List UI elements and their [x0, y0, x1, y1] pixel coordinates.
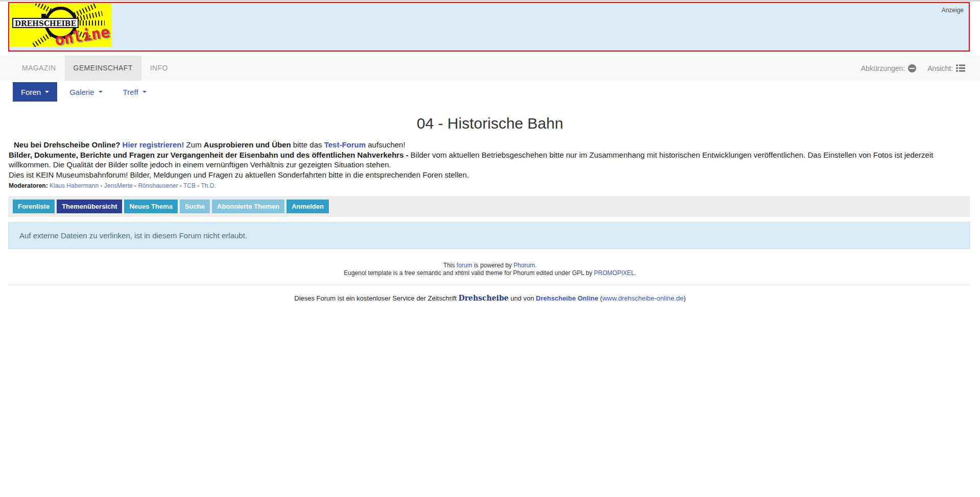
forum-description: Neu bei Drehscheibe Online? Hier registr… [9, 140, 968, 191]
ad-banner: DREHSCHEIBE online online Anzeige [8, 2, 970, 52]
subnav-foren[interactable]: Foren [13, 82, 57, 102]
notice-box: Auf externe Dateien zu verlinken, ist in… [8, 222, 970, 249]
toolbar-button-suche[interactable]: Suche [180, 200, 210, 213]
view-toggle[interactable]: Ansicht: [927, 64, 965, 72]
toolbar-button-themenubersicht[interactable]: Themenübersicht [57, 200, 122, 213]
text-run: Neu bei Drehscheibe Online? [14, 140, 120, 149]
test-forum-link[interactable]: Test-Forum [324, 140, 366, 149]
service-note: Dieses Forum ist ein kostenloser Service… [0, 294, 980, 302]
subnav-label: Treff [123, 88, 138, 96]
main-nav-tabs: MAGAZINGEMEINSCHAFTINFO [0, 56, 177, 81]
text-run: ) [683, 294, 685, 302]
text-run: Eugenol template is a free semantic and … [344, 269, 594, 277]
powered-footer: This forum is powered by Phorum. Eugenol… [0, 262, 980, 277]
moderator-link-ronshausener[interactable]: Rönshausener [138, 182, 178, 189]
description-line-welcome: Neu bei Drehscheibe Online? Hier registr… [9, 140, 968, 150]
moderator-link-tcb[interactable]: TCB [183, 182, 196, 189]
moderator-link-jensmerte[interactable]: JensMerte [104, 182, 133, 189]
drehscheibe-magazine-brand: Drehscheibe [459, 294, 509, 302]
subnav-label: Galerie [69, 88, 94, 96]
subnav-label: Foren [21, 88, 41, 96]
toolbar-button-abonnierte-themen[interactable]: Abonnierte Themen [212, 200, 284, 213]
toolbar-button-anmelden[interactable]: Anmelden [286, 200, 329, 213]
chevron-down-icon [45, 91, 49, 93]
moderators-label: Moderatoren: [9, 182, 48, 189]
minus-circle-icon [908, 64, 916, 72]
text-run: Zum [184, 140, 203, 149]
description-line-museumsbahn: Dies ist KEIN Museumsbahnforum! Bilder, … [9, 170, 968, 180]
nav-right-tools: Abkürzungen: Ansicht: [861, 56, 980, 81]
description-paragraph: Bilder, Dokumente, Berichte und Fragen z… [9, 150, 968, 170]
text-run: Ausprobieren und Üben [204, 140, 291, 149]
drehscheibe-online-link[interactable]: Drehscheibe Online [536, 294, 598, 302]
moderator-links: Klaus Habermann - JensMerte - Rönshausen… [50, 182, 216, 189]
text-run: . [634, 269, 636, 277]
text-run: This [443, 262, 457, 269]
forum-link[interactable]: forum [457, 262, 472, 269]
toolbar-button-neues-thema[interactable]: Neues Thema [124, 200, 178, 213]
moderator-link-th-d[interactable]: Th.D. [201, 182, 216, 189]
footer-divider [8, 285, 970, 285]
ad-label: Anzeige [942, 7, 964, 14]
subnav-treff[interactable]: Treff [115, 82, 155, 102]
logo-title-text: DREHSCHEIBE [15, 19, 76, 28]
text-run: bitte das [291, 140, 324, 149]
template-credit-line: Eugenol template is a free semantic and … [0, 269, 980, 277]
drehscheibe-logo-graphic: DREHSCHEIBE online online [10, 4, 112, 47]
page-title: 04 - Historische Bahn [0, 115, 980, 132]
drehscheibe-url-link[interactable]: www.drehscheibe-online.de [602, 294, 683, 302]
sub-nav: ForenGalerieTreff [0, 82, 980, 102]
text-run: Dieses Forum ist ein kostenloser Service… [294, 294, 459, 302]
turntable-hut-mark [41, 14, 46, 18]
notice-text: Auf externe Dateien zu verlinken, ist in… [19, 231, 247, 240]
chevron-down-icon [99, 91, 103, 93]
text-run: is powered by [472, 262, 514, 269]
view-label: Ansicht: [927, 64, 953, 72]
toolbar: ForenlisteThemenübersichtNeues ThemaSuch… [8, 196, 970, 217]
abbreviations-toggle[interactable]: Abkürzungen: [861, 64, 916, 72]
toolbar-button-forenliste[interactable]: Forenliste [13, 200, 55, 213]
register-link[interactable]: Hier registrieren! [123, 140, 184, 149]
text-run: und von [509, 294, 536, 302]
chevron-down-icon [142, 91, 147, 93]
text-run: aufsuchen! [366, 140, 405, 149]
moderators-line: Moderatoren: Klaus Habermann - JensMerte… [9, 181, 968, 191]
tab-magazin[interactable]: MAGAZIN [13, 56, 65, 81]
text-run: Bilder, Dokumente, Berichte und Fragen z… [9, 151, 409, 159]
main-nav: MAGAZINGEMEINSCHAFTINFO Abkürzungen: Ans… [0, 56, 980, 81]
tab-info[interactable]: INFO [141, 56, 177, 81]
powered-line: This forum is powered by Phorum. [0, 262, 980, 269]
abbreviations-label: Abkürzungen: [861, 64, 905, 72]
drehscheibe-logo[interactable]: DREHSCHEIBE online online [10, 4, 112, 47]
list-view-icon [956, 64, 965, 72]
phorum-link[interactable]: Phorum [514, 262, 535, 269]
moderator-link-klaus-habermann[interactable]: Klaus Habermann [50, 182, 99, 189]
subnav-galerie[interactable]: Galerie [61, 82, 110, 102]
promopixel-link[interactable]: PROMOPIXEL [594, 269, 634, 277]
top-divider [0, 0, 980, 2]
text-run: . [535, 262, 537, 269]
tab-gemeinschaft[interactable]: GEMEINSCHAFT [65, 56, 141, 81]
